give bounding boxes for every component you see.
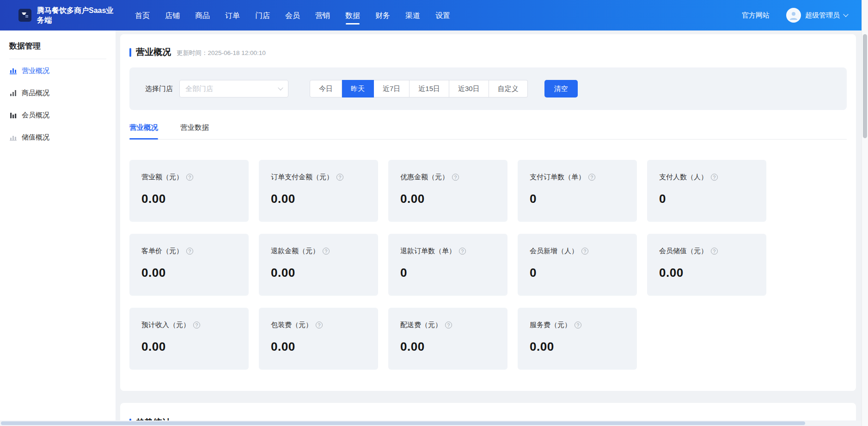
nav-item-goods[interactable]: 商品 bbox=[195, 0, 210, 30]
stat-card-packaging-fee: 包装费（元） 0.00 bbox=[259, 308, 378, 370]
main-nav: 首页 店铺 商品 订单 门店 会员 营销 数据 财务 渠道 设置 bbox=[135, 0, 450, 30]
main-content: 营业概况 更新时间：2025-06-18 12:00:10 选择门店 全部门店 … bbox=[116, 30, 862, 426]
logo-glyph bbox=[21, 11, 29, 19]
help-icon[interactable] bbox=[193, 322, 200, 329]
horizontal-scrollbar-thumb[interactable] bbox=[1, 421, 805, 425]
stat-value: 0.00 bbox=[271, 192, 366, 206]
top-navbar: 腾马餐饮多商户Saas业务端 首页 店铺 商品 订单 门店 会员 营销 数据 财… bbox=[0, 0, 862, 30]
app-logo bbox=[18, 9, 31, 22]
store-select[interactable]: 全部门店 bbox=[179, 80, 288, 97]
stat-value: 0 bbox=[400, 266, 495, 280]
help-icon[interactable] bbox=[445, 322, 452, 329]
help-icon[interactable] bbox=[575, 322, 581, 329]
stat-card-revenue: 营业额（元） 0.00 bbox=[129, 160, 249, 222]
sidebar-item-goods-overview[interactable]: 商品概况 bbox=[0, 82, 116, 103]
stat-value: 0.00 bbox=[141, 340, 237, 354]
stat-label: 会员储值（元） bbox=[659, 247, 708, 256]
range-yesterday-button[interactable]: 昨天 bbox=[342, 80, 374, 97]
official-site-link[interactable]: 官方网站 bbox=[742, 11, 770, 20]
sidebar-item-stored-value-overview[interactable]: 储值概况 bbox=[0, 127, 116, 148]
stat-label: 客单价（元） bbox=[141, 247, 183, 256]
help-icon[interactable] bbox=[581, 248, 588, 255]
nav-item-shop[interactable]: 店铺 bbox=[165, 0, 180, 30]
help-icon[interactable] bbox=[588, 174, 595, 181]
store-select-placeholder: 全部门店 bbox=[185, 85, 213, 93]
bar-chart-icon bbox=[9, 67, 17, 74]
stat-label: 预计收入（元） bbox=[141, 321, 190, 329]
sidebar: 数据管理 营业概况 商品概况 会员概况 bbox=[0, 30, 116, 426]
overview-tabs: 营业概况 营业数据 bbox=[129, 123, 847, 140]
stat-card-member-stored-value: 会员储值（元） 0.00 bbox=[647, 234, 766, 296]
stat-value: 0.00 bbox=[271, 340, 366, 354]
user-name: 超级管理员 bbox=[805, 11, 840, 20]
stat-card-new-members: 会员新增（人） 0 bbox=[518, 234, 637, 296]
brand: 腾马餐饮多商户Saas业务端 bbox=[0, 6, 125, 25]
stat-label: 优惠金额（元） bbox=[400, 173, 449, 182]
sidebar-item-label: 会员概况 bbox=[22, 111, 49, 120]
sidebar-item-label: 商品概况 bbox=[22, 89, 49, 97]
stat-card-delivery-fee: 配送费（元） 0.00 bbox=[388, 308, 507, 370]
range-30days-button[interactable]: 近30日 bbox=[449, 80, 489, 97]
nav-item-channels[interactable]: 渠道 bbox=[405, 0, 420, 30]
stat-value: 0.00 bbox=[141, 192, 237, 206]
stat-card-paid-orders: 支付订单数（单） 0 bbox=[518, 160, 637, 222]
nav-item-orders[interactable]: 订单 bbox=[225, 0, 240, 30]
store-select-label: 选择门店 bbox=[145, 85, 173, 93]
nav-item-finance[interactable]: 财务 bbox=[375, 0, 390, 30]
stat-value: 0.00 bbox=[400, 192, 495, 206]
sidebar-item-member-overview[interactable]: 会员概况 bbox=[0, 104, 116, 126]
nav-item-members[interactable]: 会员 bbox=[285, 0, 300, 30]
nav-item-settings[interactable]: 设置 bbox=[435, 0, 450, 30]
help-icon[interactable] bbox=[711, 248, 718, 255]
stat-value: 0 bbox=[530, 266, 625, 280]
stat-label: 支付人数（人） bbox=[659, 173, 708, 182]
range-today-button[interactable]: 今日 bbox=[310, 80, 342, 97]
nav-item-home[interactable]: 首页 bbox=[135, 0, 150, 30]
nav-item-marketing[interactable]: 营销 bbox=[315, 0, 330, 30]
section-header: 营业概况 更新时间：2025-06-18 12:00:10 bbox=[129, 46, 847, 58]
stat-card-refund-orders: 退款订单数（单） 0 bbox=[388, 234, 507, 296]
nav-item-stores[interactable]: 门店 bbox=[255, 0, 270, 30]
stat-label: 营业额（元） bbox=[141, 173, 183, 182]
help-icon[interactable] bbox=[323, 248, 330, 255]
stat-label: 会员新增（人） bbox=[530, 247, 578, 256]
range-15days-button[interactable]: 近15日 bbox=[410, 80, 449, 97]
bar-chart-icon bbox=[9, 89, 17, 97]
tab-business-overview[interactable]: 营业概况 bbox=[129, 123, 158, 139]
horizontal-scrollbar bbox=[0, 420, 862, 426]
help-icon[interactable] bbox=[459, 248, 466, 255]
help-icon[interactable] bbox=[711, 174, 718, 181]
sidebar-item-business-overview[interactable]: 营业概况 bbox=[0, 60, 116, 81]
clear-button[interactable]: 清空 bbox=[544, 80, 578, 97]
range-custom-button[interactable]: 自定义 bbox=[489, 80, 528, 97]
help-icon[interactable] bbox=[186, 174, 193, 181]
stat-card-refund-amount: 退款金额（元） 0.00 bbox=[259, 234, 378, 296]
avatar bbox=[786, 8, 801, 23]
section-accent-bar bbox=[129, 48, 131, 57]
vertical-scrollbar-thumb[interactable] bbox=[863, 34, 867, 138]
stat-label: 退款订单数（单） bbox=[400, 247, 456, 256]
sidebar-item-label: 营业概况 bbox=[22, 67, 49, 75]
chevron-down-icon bbox=[278, 85, 283, 90]
stat-card-discount-amount: 优惠金额（元） 0.00 bbox=[388, 160, 507, 222]
help-icon[interactable] bbox=[336, 174, 343, 181]
nav-item-data[interactable]: 数据 bbox=[345, 0, 360, 30]
stat-value: 0 bbox=[659, 192, 754, 206]
section-title: 营业概况 bbox=[136, 46, 171, 58]
sidebar-title: 数据管理 bbox=[0, 30, 116, 59]
help-icon[interactable] bbox=[186, 248, 193, 255]
stat-value: 0.00 bbox=[400, 340, 495, 354]
date-range-group: 今日 昨天 近7日 近15日 近30日 自定义 bbox=[310, 80, 528, 97]
tab-business-data[interactable]: 营业数据 bbox=[180, 123, 209, 139]
stat-value: 0.00 bbox=[659, 266, 754, 280]
stat-label: 服务费（元） bbox=[530, 321, 571, 329]
business-overview-panel: 营业概况 更新时间：2025-06-18 12:00:10 选择门店 全部门店 … bbox=[120, 34, 856, 391]
bar-chart-icon bbox=[9, 134, 17, 141]
help-icon[interactable] bbox=[316, 322, 323, 329]
help-icon[interactable] bbox=[452, 174, 459, 181]
user-menu[interactable]: 超级管理员 bbox=[786, 8, 848, 23]
app-title: 腾马餐饮多商户Saas业务端 bbox=[37, 6, 119, 25]
range-7days-button[interactable]: 近7日 bbox=[374, 80, 410, 97]
stat-card-paying-users: 支付人数（人） 0 bbox=[647, 160, 766, 222]
stat-label: 包装费（元） bbox=[271, 321, 312, 329]
